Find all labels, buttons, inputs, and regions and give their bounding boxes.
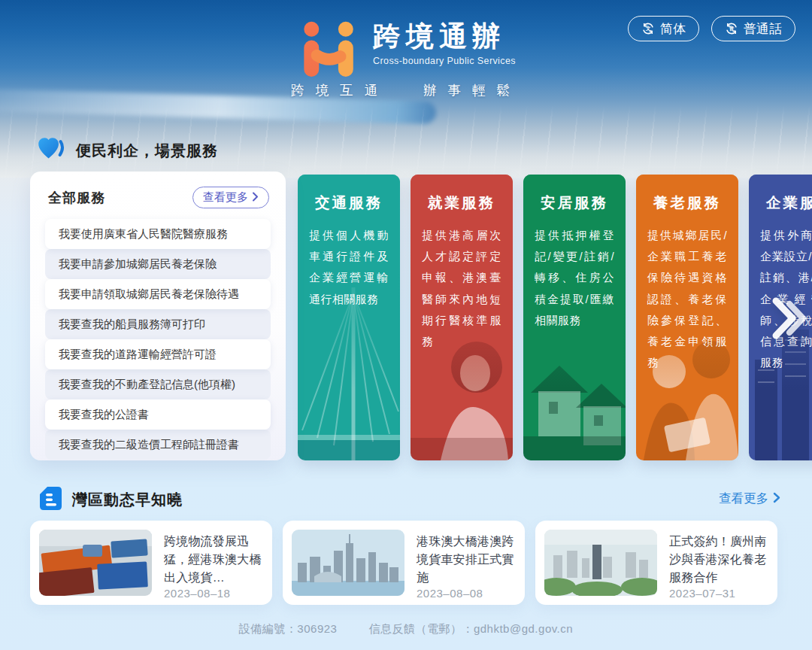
heart-icon: [38, 137, 66, 164]
service-cards-carousel: 交通服務 提供個人機動車通行證件及企業經營運輸通行相關服務 就業服務 提供港高層…: [298, 175, 812, 460]
service-list-item[interactable]: 我要查我的不動產登記信息(他項權): [45, 369, 271, 399]
simplified-chinese-button[interactable]: 文 简体: [628, 16, 699, 41]
news-card[interactable]: 正式簽約！廣州南沙與香港深化養老服務合作 2023–07–31: [535, 521, 777, 605]
service-card-title: 就業服務: [411, 193, 513, 213]
carousel-next-arrow[interactable]: [771, 295, 807, 345]
news-date: 2023–08–18: [164, 587, 263, 601]
service-list-item[interactable]: 我要查我的船員服務簿可打印: [45, 309, 271, 339]
news-heading-text: 灣區動态早知曉: [72, 490, 183, 510]
simplified-chinese-label: 简体: [660, 20, 686, 38]
service-card-eldercare[interactable]: 養老服務 提供城鄉居民/企業職工養老保險待遇資格認證、養老保險參保登記、養老金申…: [636, 175, 738, 460]
mandarin-button[interactable]: 音 普通話: [711, 16, 795, 41]
news-card[interactable]: 港珠澳大橋港澳跨境貨車安排正式實施 2023–08–08: [283, 521, 525, 605]
services-see-more-label: 查看更多: [203, 190, 248, 205]
footer: 設備編號：306923 信息反饋（電郵）：gdhktb@gd.gov.cn: [0, 622, 812, 636]
all-services-panel: 全部服務 查看更多 我要使用廣東省人民醫院醫療服務 我要申請參加城鄉居民養老保險…: [30, 172, 286, 460]
news-card[interactable]: 跨境物流發展迅猛，經港珠澳大橋出入境貨… 2023–08–18: [30, 521, 272, 605]
news-see-more-link[interactable]: 查看更多: [719, 491, 780, 507]
service-list: 我要使用廣東省人民醫院醫療服務 我要申請參加城鄉居民養老保險 我要申請領取城鄉居…: [45, 219, 271, 460]
news-list: 跨境物流發展迅猛，經港珠澳大橋出入境貨… 2023–08–18: [30, 521, 777, 605]
bridge-photo: [298, 287, 400, 460]
services-heading-text: 便民利企，場景服務: [76, 141, 218, 161]
svg-text:音: 音: [729, 26, 735, 32]
service-list-item[interactable]: 我要查我的二級造價工程師註冊證書: [45, 430, 271, 460]
service-card-desc: 提供城鄉居民/企業職工養老保險待遇資格認證、養老保險參保登記、養老金申領服務: [647, 225, 727, 373]
news-title: 港珠澳大橋港澳跨境貨車安排正式實施: [417, 533, 516, 587]
nansha-city-aerial-photo: [544, 530, 657, 596]
site-subtitle: Cross-boundary Public Services: [373, 56, 516, 66]
feedback-email: 信息反饋（電郵）：gdhktb@gd.gov.cn: [368, 622, 573, 636]
news-date: 2023–07–31: [669, 587, 768, 601]
service-card-housing[interactable]: 安居服務 提供抵押權登記/變更/註銷/轉移、住房公積金提取/匯繳相關服務: [523, 175, 626, 460]
page: 文 简体 音 普通話: [0, 0, 812, 650]
hongkong-skyline-photo: [292, 530, 404, 596]
chevron-right-icon: [252, 191, 259, 204]
tagline-left: 跨境互通: [291, 81, 389, 99]
service-card-desc: 提供抵押權登記/變更/註銷/轉移、住房公積金提取/匯繳相關服務: [535, 225, 614, 331]
logo: 跨境通辦 Cross-boundary Public Services: [296, 21, 516, 80]
hero-tagline: 跨境互通 辦事輕鬆: [0, 81, 812, 99]
service-card-title: 企業服務: [749, 193, 812, 213]
news-see-more-label: 查看更多: [719, 491, 768, 507]
mandarin-label: 普通話: [744, 20, 782, 38]
service-card-employment[interactable]: 就業服務 提供港高層次人才認定評定申報、港澳臺醫師來內地短期行醫核準服務: [411, 175, 513, 460]
service-list-item[interactable]: 我要申請領取城鄉居民養老保險待遇: [45, 279, 271, 309]
service-card-title: 養老服務: [636, 193, 738, 213]
site-title: 跨境通辦: [373, 21, 516, 53]
service-card-title: 交通服務: [298, 193, 400, 213]
service-list-item[interactable]: 我要查我的公證書: [45, 399, 271, 430]
container-trucks-photo: [39, 530, 152, 596]
device-number: 設備編號：306923: [239, 622, 338, 636]
hero-actions: 文 简体 音 普通話: [628, 16, 795, 41]
panel-head: 全部服務 查看更多: [30, 172, 286, 217]
chevron-right-icon: [773, 492, 780, 506]
service-card-transport[interactable]: 交通服務 提供個人機動車通行證件及企業經營運輸通行相關服務: [298, 175, 400, 460]
services-section-heading: 便民利企，場景服務: [38, 137, 218, 164]
svg-text:文: 文: [645, 26, 651, 32]
service-card-desc: 提供個人機動車通行證件及企業經營運輸通行相關服務: [309, 225, 389, 310]
service-list-item[interactable]: 我要申請參加城鄉居民養老保險: [45, 249, 271, 279]
services-see-more-button[interactable]: 查看更多: [192, 187, 269, 208]
news-title: 跨境物流發展迅猛，經港珠澳大橋出入境貨…: [164, 533, 263, 587]
tagline-right: 辦事輕鬆: [423, 81, 521, 99]
document-icon: [39, 486, 62, 514]
service-card-desc: 提供港高層次人才認定評定申報、港澳臺醫師來內地短期行醫核準服務: [422, 225, 501, 352]
service-card-title: 安居服務: [523, 193, 626, 213]
service-list-item[interactable]: 我要使用廣東省人民醫院醫療服務: [45, 219, 271, 249]
handshake-people-logo-icon: [296, 21, 361, 80]
news-section-heading: 灣區動态早知曉: [39, 486, 183, 514]
service-list-item[interactable]: 我要查我的道路運輸經營許可證: [45, 339, 271, 369]
news-title: 正式簽約！廣州南沙與香港深化養老服務合作: [669, 533, 768, 587]
all-services-title: 全部服務: [48, 189, 105, 207]
news-date: 2023–08–08: [417, 587, 516, 601]
language-swap-icon: 文: [641, 22, 655, 35]
voice-swap-icon: 音: [725, 22, 738, 35]
